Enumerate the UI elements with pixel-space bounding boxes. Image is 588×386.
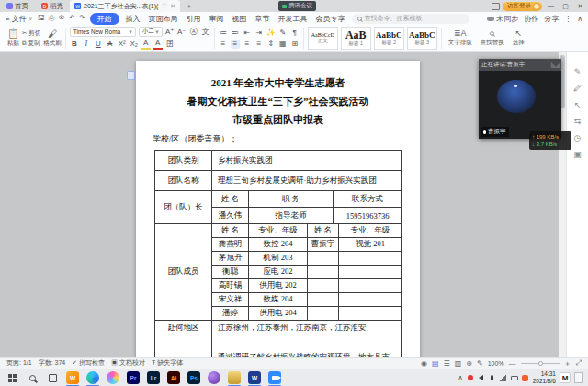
- network-icon[interactable]: [500, 374, 507, 381]
- ribbon-tab-insert[interactable]: 插入: [124, 14, 142, 24]
- minimize-button[interactable]: —: [545, 0, 557, 12]
- highlight-pen-icon[interactable]: ✎: [278, 28, 288, 38]
- member-major-cell[interactable]: [339, 293, 402, 307]
- line-spacing-icon[interactable]: ⇕: [266, 40, 276, 49]
- member-name-cell[interactable]: [308, 307, 339, 321]
- italic-icon[interactable]: I: [82, 40, 91, 49]
- phonetic-guide-icon[interactable]: 文: [201, 28, 210, 37]
- redo-icon[interactable]: ↷: [79, 14, 85, 23]
- category-value-cell[interactable]: 乡村振兴实践团: [212, 151, 402, 171]
- save-icon[interactable]: 🖫: [38, 14, 45, 23]
- tray-mic-icon[interactable]: [489, 374, 496, 381]
- ribbon-tab-section[interactable]: 章节: [254, 14, 272, 24]
- shading-icon[interactable]: ▦: [278, 40, 288, 49]
- taskbar-app-premiere[interactable]: Pr: [123, 369, 143, 386]
- taskbar-app-word[interactable]: W: [244, 369, 265, 386]
- member-name-cell[interactable]: 高盱锡: [212, 279, 249, 293]
- borders-icon[interactable]: ⊞: [290, 40, 300, 49]
- ribbon-tab-home[interactable]: 开始: [90, 13, 119, 25]
- more-icon[interactable]: ⋮: [564, 15, 571, 23]
- maximize-button[interactable]: ▢: [560, 0, 571, 12]
- text-effect-icon[interactable]: ✨: [266, 28, 276, 38]
- region-label-cell[interactable]: 赴何地区: [155, 321, 212, 335]
- ribbon-tab-review[interactable]: 审阅: [208, 14, 226, 24]
- team-name-label-cell[interactable]: 团队名称: [155, 171, 212, 191]
- member-name-cell[interactable]: 宋义祥: [212, 293, 249, 307]
- ribbon-tab-developer[interactable]: 开发工具: [277, 14, 310, 24]
- paragraph-settings-icon[interactable]: ¶: [290, 28, 300, 38]
- leader-name-cell[interactable]: 潘久伟: [212, 208, 249, 224]
- collapse-ribbon-icon[interactable]: ∧: [577, 15, 582, 23]
- print-icon[interactable]: ⎙: [49, 14, 54, 23]
- subscript-icon[interactable]: X₂: [130, 40, 139, 49]
- zoom-level[interactable]: 100%: [488, 360, 504, 367]
- member-major-cell[interactable]: [339, 252, 402, 266]
- start-button[interactable]: [2, 369, 22, 386]
- annotation-pen-icon[interactable]: ✎: [574, 67, 582, 76]
- m-badge-icon[interactable]: M: [560, 372, 571, 383]
- eye-protect-icon[interactable]: ◉: [421, 359, 427, 368]
- region-value-cell[interactable]: 江苏徐州，江苏泰州，江苏南京，江苏淮安: [212, 321, 402, 335]
- superscript-icon[interactable]: X²: [118, 40, 127, 49]
- members-header-name2[interactable]: 姓 名: [308, 224, 339, 238]
- leader-header-duty[interactable]: 职 务: [249, 191, 334, 208]
- sync-status[interactable]: 未同步: [487, 14, 518, 24]
- member-name-cell[interactable]: [308, 293, 339, 307]
- taskbar-search-button[interactable]: [22, 369, 42, 386]
- leader-header-contact[interactable]: 联系方式: [334, 191, 402, 208]
- speaker-icon[interactable]: [478, 374, 485, 381]
- member-name-cell[interactable]: 茅旭升: [212, 252, 249, 266]
- ribbon-tab-page-layout[interactable]: 页面布局: [147, 14, 180, 24]
- taskbar-clock[interactable]: 14:31 2021/8/6: [533, 370, 556, 385]
- taskbar-app-illustrator[interactable]: Ai: [164, 369, 184, 386]
- zoom-slider[interactable]: [521, 363, 560, 364]
- meeting-floating-window[interactable]: 正在讲话:曹振宇 ◣◢ 曹振宇: [479, 59, 561, 139]
- read-mode-icon[interactable]: ⊕: [466, 359, 472, 368]
- collaborate-button[interactable]: 协作: [524, 14, 538, 24]
- taskbar-app-wps[interactable]: W: [62, 369, 83, 386]
- card-panel-icon[interactable]: ▣: [573, 150, 582, 159]
- ribbon-tab-view[interactable]: 视图: [231, 14, 249, 24]
- taskbar-app-purple-sphere[interactable]: [204, 369, 224, 386]
- taskbar-app-photoshop[interactable]: Ps: [184, 369, 204, 386]
- annotation-cursor-icon[interactable]: ↖: [574, 100, 582, 109]
- zoom-slider-knob[interactable]: [538, 361, 543, 366]
- category-label-cell[interactable]: 团队类别: [155, 151, 212, 171]
- close-window-button[interactable]: ✕: [574, 0, 586, 12]
- text-layout-button[interactable]: ≣A 文字排版: [446, 29, 475, 47]
- leader-duty-cell[interactable]: 指导老师: [249, 208, 334, 224]
- meeting-share-badge[interactable]: 腾讯会议: [278, 1, 316, 11]
- highlight-icon[interactable]: A: [141, 39, 151, 50]
- member-major-cell[interactable]: 机制 203: [249, 252, 308, 266]
- member-major-cell[interactable]: [339, 266, 402, 279]
- taskbar-app-gold[interactable]: [224, 369, 244, 386]
- command-search-input[interactable]: 查找命令、搜索模板: [352, 14, 469, 24]
- zoom-out-icon[interactable]: —: [509, 359, 516, 368]
- tab-home[interactable]: 首页: [0, 0, 35, 12]
- format-painter-button[interactable]: 🖌 格式刷: [43, 29, 62, 48]
- doc-title-line3[interactable]: 市级重点团队申报表: [136, 110, 420, 129]
- favorite-icon[interactable]: ♡: [162, 3, 167, 10]
- history-clock-icon[interactable]: ◷: [574, 133, 582, 142]
- member-name-cell[interactable]: 潘婷: [212, 307, 249, 321]
- word-count[interactable]: 字数: 374: [39, 358, 66, 368]
- member-major-cell[interactable]: [339, 307, 402, 321]
- members-header-name1[interactable]: 姓 名: [212, 224, 249, 238]
- bold-icon[interactable]: B: [70, 40, 79, 49]
- proofread-button[interactable]: ▣ 文档校对: [111, 358, 145, 368]
- ribbon-tab-references[interactable]: 引用: [185, 14, 203, 24]
- member-name-cell[interactable]: [308, 252, 339, 266]
- member-major-cell[interactable]: 供用电 202: [249, 279, 308, 293]
- notification-center-icon[interactable]: [574, 372, 583, 383]
- file-menu[interactable]: ≡ 文件 ∨: [6, 14, 33, 24]
- copy-button[interactable]: ⧉ 复制: [22, 40, 40, 48]
- page-indicator[interactable]: 页面: 1/1: [6, 358, 32, 368]
- numbered-list-icon[interactable]: ≕: [231, 28, 240, 38]
- zoom-in-icon[interactable]: ＋: [564, 358, 571, 369]
- close-tab-icon[interactable]: ✕: [170, 3, 175, 10]
- ink-pen-icon[interactable]: ✎: [477, 359, 483, 368]
- member-major-cell[interactable]: 数控 204: [249, 238, 308, 252]
- taskbar-app-lightroom[interactable]: Lr: [143, 369, 164, 386]
- font-size-select[interactable]: 小二 ▾: [139, 27, 163, 37]
- member-major-cell[interactable]: [339, 279, 402, 293]
